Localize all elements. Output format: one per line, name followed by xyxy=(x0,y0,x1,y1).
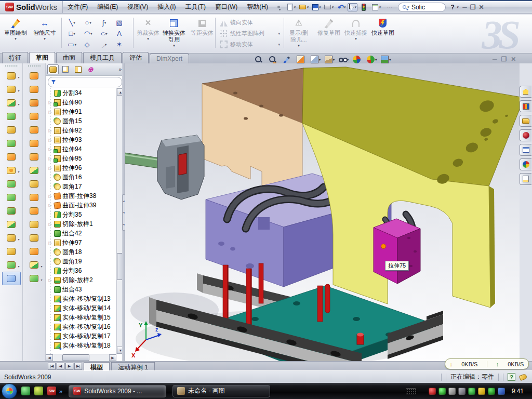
shell-icon[interactable]: ▾ xyxy=(2,191,21,204)
spline-icon[interactable]: ʃ▾ xyxy=(96,17,112,28)
open-button[interactable]: ▾ xyxy=(298,2,310,12)
ellipse-icon[interactable]: ○▾ xyxy=(96,28,112,39)
tag-icon[interactable] xyxy=(519,373,528,380)
tree-item[interactable]: ▷拉伸94 xyxy=(48,144,116,154)
revolved-boss-icon[interactable]: ▾ xyxy=(2,83,21,96)
tree-item[interactable]: ▷实体-移动/复制15 xyxy=(48,313,116,322)
menu-item[interactable]: 编辑(E) xyxy=(92,1,123,13)
move-face-icon[interactable]: ▾ xyxy=(25,245,44,258)
motion-study-tab[interactable]: 运动算例 1 xyxy=(111,362,155,370)
tree-item[interactable]: ▷拉伸96 xyxy=(48,163,116,172)
tab-scroll-first-button[interactable]: |◀ xyxy=(48,363,56,370)
tree-item[interactable]: ▷实体-移动/复制18 xyxy=(48,341,116,350)
selection-box-icon[interactable]: ▧▾ xyxy=(112,17,128,28)
tree-item[interactable]: ▷圆角17 xyxy=(48,182,116,191)
expand-arrow-icon[interactable]: ▷ xyxy=(48,128,52,133)
solidworks-resources-icon[interactable] xyxy=(520,86,531,98)
tree-item[interactable]: ▷分割34 xyxy=(48,88,116,98)
zoom-fit-icon[interactable]: ▾ xyxy=(253,55,266,64)
swept-boss-icon[interactable]: ▾ xyxy=(2,110,21,123)
expand-arrow-icon[interactable]: ▷ xyxy=(48,138,52,142)
parting-surface-icon[interactable]: ▾ xyxy=(25,110,44,123)
toolbar-grip[interactable] xyxy=(5,65,18,67)
knit-surface-icon[interactable]: ▾ xyxy=(25,231,44,245)
volume-icon[interactable] xyxy=(458,388,466,395)
scroll-right-button[interactable]: ▶ xyxy=(109,354,116,361)
undo-button[interactable]: ↶▾ xyxy=(336,2,347,12)
graphics-viewport[interactable]: Y z X 拉伸75 xyxy=(125,63,520,361)
display-style-icon[interactable]: ▾ xyxy=(309,55,322,64)
move-entities-button[interactable]: 移动实体▾ xyxy=(218,39,282,50)
display-delete-relations-button[interactable]: ⚠显示/删除几...▾ xyxy=(286,16,311,50)
keyboard-layout-icon[interactable] xyxy=(406,388,416,394)
update-badge-icon[interactable] xyxy=(448,388,456,395)
move-copy-icon[interactable]: ▾ xyxy=(2,218,21,231)
ruled-surface-icon[interactable]: ▾ xyxy=(25,69,44,83)
help-button[interactable]: ? xyxy=(449,4,456,11)
tree-item[interactable]: ▷拉伸95 xyxy=(48,154,116,163)
taskbar-task-button[interactable]: 未命名 - 画图 xyxy=(172,385,270,397)
menu-item[interactable]: 工具(T) xyxy=(181,1,210,13)
taskbar-task-button[interactable]: SWSolidWorks 2009 - ... xyxy=(69,385,166,397)
rebuild-button[interactable] xyxy=(358,2,369,12)
polygon-icon[interactable]: ◇▾ xyxy=(80,39,96,50)
taskbar-clock[interactable]: 9:41 xyxy=(508,388,528,395)
lofted-boss-icon[interactable]: ▾ xyxy=(2,123,21,137)
antivirus-shield-icon[interactable] xyxy=(429,388,436,395)
expand-arrow-icon[interactable]: ▷ xyxy=(48,278,52,283)
messenger-tray-icon[interactable] xyxy=(498,388,505,395)
insert-part-icon[interactable]: ▾ xyxy=(2,231,21,245)
expand-arrow-icon[interactable]: ▷ xyxy=(48,194,52,198)
view-orientation-icon[interactable]: ▾ xyxy=(323,55,336,64)
command-tab[interactable]: 评估 xyxy=(123,52,149,63)
tree-item[interactable]: ▷组合42 xyxy=(48,229,116,238)
restore-button[interactable]: ❐ xyxy=(470,4,476,11)
magenta-block[interactable] xyxy=(374,219,420,284)
draft-analysis-icon[interactable]: ▾ xyxy=(25,258,44,272)
expand-arrow-icon[interactable]: ▷ xyxy=(48,241,52,245)
appearances-scenes-icon[interactable] xyxy=(520,158,531,170)
measure-icon[interactable]: ▾ xyxy=(2,272,21,285)
tree-filter-box[interactable] xyxy=(48,77,122,87)
property-manager-tab[interactable] xyxy=(60,64,71,74)
cavity-block[interactable] xyxy=(125,135,204,200)
surface-flatten-icon[interactable]: ▾ xyxy=(25,150,44,164)
plane-icon[interactable]: ▾ xyxy=(2,245,21,258)
quick-tips-icon[interactable]: ? xyxy=(508,373,515,381)
point-icon[interactable]: ✶▾ xyxy=(112,39,128,50)
pattern-icon[interactable]: ▾ xyxy=(2,164,21,177)
tree-item[interactable]: ▷曲面-拉伸38 xyxy=(48,191,116,201)
expand-arrow-icon[interactable]: ▷ xyxy=(48,100,52,105)
expand-arrow-icon[interactable]: ▷ xyxy=(48,147,52,152)
fillet-icon[interactable]: ▾ xyxy=(2,96,21,110)
green-shield-icon[interactable] xyxy=(438,388,446,395)
tree-item[interactable]: ▷实体-移动/复制14 xyxy=(48,303,116,313)
shut-off-icon[interactable]: ▾ xyxy=(25,96,44,110)
tree-item[interactable]: ▷分割36 xyxy=(48,266,116,275)
app-ball-quick-icon[interactable] xyxy=(34,387,43,395)
model-tab[interactable]: 模型 xyxy=(84,362,110,370)
phone-icon[interactable] xyxy=(468,388,475,395)
menu-item[interactable]: 窗口(W) xyxy=(210,1,242,13)
edit-appearance-icon[interactable]: ▾ xyxy=(351,55,364,64)
command-tab[interactable]: 模具工具 xyxy=(83,52,122,63)
spline-surface-icon[interactable]: ▾ xyxy=(25,272,44,285)
start-button[interactable] xyxy=(2,383,17,399)
tree-item[interactable]: ▷拉伸92 xyxy=(48,126,116,135)
messenger-quick-icon[interactable] xyxy=(21,387,30,395)
combine-icon[interactable]: ▾ xyxy=(2,204,21,218)
expand-arrow-icon[interactable]: ▷ xyxy=(48,203,52,208)
menu-item[interactable]: 插入(I) xyxy=(153,1,180,13)
rapid-sketch-button[interactable]: 快速草图 xyxy=(370,16,395,50)
menu-item[interactable]: 文件(F) xyxy=(63,1,92,13)
tab-scroll-last-button[interactable]: ▶| xyxy=(74,363,82,370)
scroll-thumb[interactable] xyxy=(62,354,89,361)
expand-arrow-icon[interactable]: ▷ xyxy=(48,110,52,114)
zoom-area-icon[interactable]: ▾ xyxy=(267,55,280,64)
tree-item[interactable]: ▷拉伸91 xyxy=(48,107,116,116)
tree-item[interactable]: ▷实体-移动/复制13 xyxy=(48,294,116,303)
custom-properties-icon[interactable] xyxy=(520,173,531,185)
convert-entities-button[interactable]: 转换实体引用▾ xyxy=(162,16,187,50)
expand-arrow-icon[interactable]: ▷ xyxy=(48,166,52,170)
view-palette-icon[interactable] xyxy=(520,144,531,156)
